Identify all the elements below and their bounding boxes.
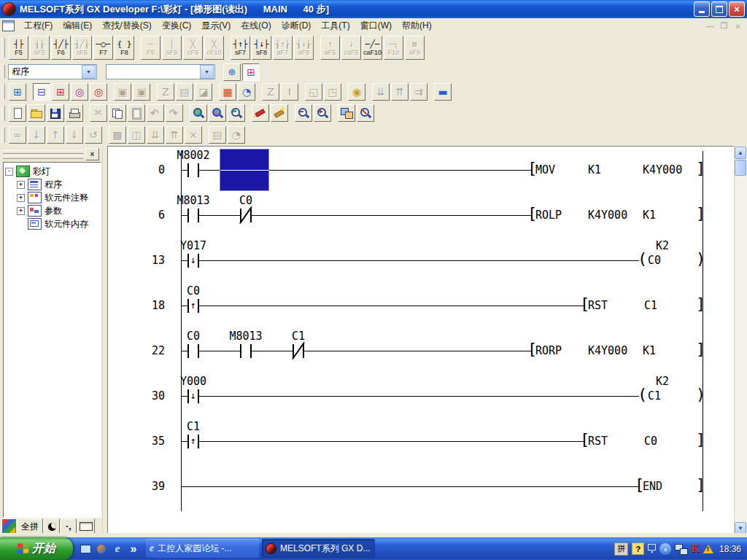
menu-item-6[interactable]: 在线(O): [236, 18, 276, 34]
tree-item-3[interactable]: +参数: [5, 204, 99, 217]
window-swap-button[interactable]: [338, 104, 355, 122]
open-contact[interactable]: [187, 163, 199, 177]
start-button[interactable]: 开始: [0, 537, 73, 560]
f5-open-contact-button[interactable]: ┤├F5: [9, 36, 28, 60]
restore-button[interactable]: [711, 1, 727, 17]
menu-item-4[interactable]: 变换(C): [157, 18, 197, 34]
skip-execution-icon: ▤: [176, 83, 193, 101]
open-contact[interactable]: [187, 209, 199, 222]
program-type-combo[interactable]: 程序▼: [8, 64, 97, 79]
close-button[interactable]: ×: [729, 1, 745, 17]
ime-input-method-icon[interactable]: [1, 518, 16, 534]
tree-root-label: 彩灯: [33, 166, 50, 178]
child-restore-button[interactable]: ❐: [718, 20, 730, 31]
combo-dropdown-arrow[interactable]: ▼: [200, 65, 214, 79]
tray-collapse-chevron[interactable]: ‹: [659, 543, 671, 555]
main-area: × -彩灯+程序+软元件注释+参数+软元件内存 全拼 ·, 0M8002[MOV…: [0, 146, 747, 537]
child-minimize-button[interactable]: —: [704, 20, 716, 31]
menu-item-8[interactable]: 工具(T): [316, 18, 355, 34]
zoom-in-button[interactable]: [314, 104, 331, 122]
ime-soft-keyboard-icon[interactable]: [77, 518, 95, 534]
window-switch-icon[interactable]: ⊞: [9, 83, 26, 101]
media-player-icon[interactable]: [94, 542, 109, 556]
screen-color-icon[interactable]: ▬: [434, 83, 452, 101]
find-replace-button[interactable]: [228, 104, 245, 122]
menu-item-1[interactable]: 工程(F): [19, 18, 58, 34]
zoom-out-button[interactable]: [295, 104, 312, 122]
insert-below-icon: ⇊: [147, 126, 164, 144]
program-icon: [28, 179, 42, 190]
internet-explorer-icon[interactable]: e: [110, 542, 125, 556]
menu-item-2[interactable]: 编辑(E): [58, 18, 97, 34]
combo-dropdown-arrow[interactable]: ▼: [82, 65, 96, 79]
ime-pinyin-tray-icon[interactable]: 拼: [614, 542, 628, 556]
f6-closed-contact-button[interactable]: ┤╱├F6: [51, 36, 71, 60]
panel-grip[interactable]: [3, 150, 83, 160]
tree-item-2[interactable]: +软元件注释: [5, 191, 99, 204]
tree-item-1[interactable]: +程序: [5, 178, 99, 191]
find-button[interactable]: [190, 104, 207, 122]
tree-expand-box[interactable]: +: [17, 181, 25, 189]
taskbar-task-2[interactable]: MELSOFT系列 GX D...: [262, 539, 375, 558]
scroll-up-button[interactable]: ▲: [735, 147, 746, 159]
ladder-editor[interactable]: 0M8002[MOVK1K4Y000]6M8013C0[ROLPK4Y000K1…: [107, 146, 735, 534]
tree-expand-box[interactable]: +: [17, 207, 25, 215]
kaspersky-tray-icon[interactable]: K: [691, 542, 700, 555]
comment-edit-icon[interactable]: ⊞: [52, 83, 69, 101]
tree-root-item[interactable]: -彩灯: [5, 165, 99, 178]
minimize-button[interactable]: [694, 1, 710, 17]
menu-item-9[interactable]: 窗口(W): [355, 18, 397, 34]
instruction-operand: K4Y000: [643, 163, 682, 176]
window-tray-icon[interactable]: ▾: [648, 544, 656, 554]
open-contact[interactable]: [240, 344, 252, 358]
statement-display-button[interactable]: ⊕: [223, 63, 241, 81]
save-project-button[interactable]: [47, 104, 64, 122]
tree-expand-box[interactable]: +: [17, 194, 25, 202]
new-project-button[interactable]: [9, 104, 26, 122]
quick-launch-overflow-chevron[interactable]: »: [126, 542, 141, 556]
write-mode-button[interactable]: [252, 104, 269, 122]
ime-punctuation-button[interactable]: ·,: [61, 518, 77, 534]
help-tray-icon[interactable]: ?: [632, 542, 644, 555]
open-contact[interactable]: [187, 344, 199, 358]
f7-coil-button[interactable]: ─○─F7: [93, 36, 113, 60]
child-window-icon[interactable]: [2, 20, 15, 31]
menu-item-7[interactable]: 诊断(D): [276, 18, 317, 34]
menu-item-5[interactable]: 显示(V): [196, 18, 236, 34]
rung-wire: [181, 441, 585, 442]
f8-instruction-button[interactable]: { }F8: [115, 36, 134, 60]
scroll-thumb[interactable]: [735, 160, 746, 176]
child-close-button[interactable]: ×: [732, 20, 744, 31]
project-data-list-toggle-button[interactable]: ⊞: [242, 63, 260, 81]
insert-mode-button[interactable]: [271, 104, 288, 122]
device-memory-icon[interactable]: ▦: [219, 83, 236, 101]
print-button[interactable]: [66, 104, 83, 122]
tree-item-4[interactable]: +软元件内存: [5, 217, 99, 230]
menu-item-3[interactable]: 查找/替换(S): [97, 18, 156, 34]
tree-collapse-box[interactable]: -: [5, 168, 13, 176]
open-project-button[interactable]: [28, 104, 45, 122]
ime-mode-button[interactable]: 全拼: [17, 518, 43, 534]
clock-setting-icon[interactable]: ◔: [238, 83, 255, 101]
vertical-scrollbar[interactable]: ▲ ▼: [734, 146, 747, 536]
copy-button[interactable]: [109, 104, 126, 122]
caf10-invert-button[interactable]: ─╱─caF10: [363, 36, 382, 60]
device-combo[interactable]: ▼: [106, 64, 215, 79]
device-find-icon[interactable]: ◎: [71, 83, 88, 101]
show-desktop-icon[interactable]: [78, 542, 93, 556]
sf8-falling-pulse-button[interactable]: ┤↓├sF8: [252, 36, 271, 60]
edit-cursor-cell[interactable]: [220, 149, 269, 191]
taskbar-task-1[interactable]: e工控人家园论坛 -...: [146, 539, 259, 558]
warning-tray-icon[interactable]: [703, 545, 713, 553]
device-find-edit-icon[interactable]: ◎: [90, 83, 107, 101]
network-tray-icon[interactable]: [675, 544, 687, 554]
instruction-opcode: RST: [588, 299, 608, 312]
monitor-test-button[interactable]: [357, 104, 374, 122]
ime-fullhalf-moon-icon[interactable]: [44, 518, 60, 534]
find-device-button[interactable]: [209, 104, 226, 122]
menu-item-10[interactable]: 帮助(H): [397, 18, 437, 34]
panel-close-button[interactable]: ×: [85, 148, 99, 160]
remote-operation-icon[interactable]: ◉: [348, 83, 365, 101]
project-data-list-icon[interactable]: ⊟: [33, 83, 50, 101]
sf7-rising-pulse-button[interactable]: ┤↑├sF7: [231, 36, 250, 60]
